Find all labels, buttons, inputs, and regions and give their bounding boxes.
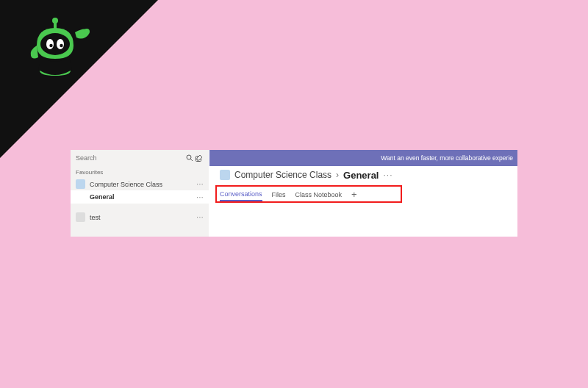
robot-logo <box>22 16 92 85</box>
svg-line-9 <box>190 159 193 161</box>
channel-name-label: General <box>90 193 196 201</box>
team-avatar-icon <box>220 170 230 180</box>
breadcrumb: Computer Science Class › General ··· <box>209 166 517 184</box>
more-icon[interactable]: ··· <box>383 170 392 180</box>
svg-point-7 <box>60 44 62 47</box>
more-icon[interactable]: ··· <box>196 213 204 221</box>
more-icon[interactable]: ··· <box>196 180 204 188</box>
svg-point-4 <box>46 39 54 49</box>
right-panel: Want an even faster, more collaborative … <box>209 150 517 237</box>
tab-class-notebook[interactable]: Class Notebook <box>295 191 343 201</box>
tabs-list: Conversations Files Class Notebook + <box>220 184 517 206</box>
teams-app-window: Favourites Computer Science Class ··· Ge… <box>71 150 517 237</box>
banner-text: Want an even faster, more collaborative … <box>381 154 513 162</box>
more-icon[interactable]: ··· <box>196 193 204 201</box>
svg-point-1 <box>52 18 58 24</box>
tab-conversations[interactable]: Conversations <box>220 190 262 201</box>
svg-point-5 <box>57 39 64 49</box>
team-avatar-icon <box>76 212 85 222</box>
svg-point-8 <box>187 155 191 159</box>
tab-files[interactable]: Files <box>272 191 286 201</box>
team-avatar-icon <box>76 179 85 189</box>
breadcrumb-team[interactable]: Computer Science Class <box>234 170 331 180</box>
svg-rect-2 <box>54 23 57 29</box>
search-icon[interactable] <box>184 154 194 162</box>
top-banner[interactable]: Want an even faster, more collaborative … <box>209 150 517 166</box>
left-sidebar: Favourites Computer Science Class ··· Ge… <box>71 150 209 237</box>
chevron-right-icon: › <box>336 170 339 180</box>
svg-point-3 <box>40 33 70 55</box>
tabs-area: Conversations Files Class Notebook + <box>209 184 517 206</box>
compose-icon[interactable] <box>194 154 204 162</box>
team-name-label: Computer Science Class <box>90 181 196 188</box>
sidebar-spacer <box>71 204 209 211</box>
sidebar-team-cs[interactable]: Computer Science Class ··· <box>71 178 209 190</box>
add-tab-button[interactable]: + <box>351 190 357 201</box>
breadcrumb-channel: General <box>343 170 379 181</box>
team-name-label: test <box>90 214 196 221</box>
svg-point-6 <box>49 44 52 47</box>
sidebar-channel-general[interactable]: General ··· <box>71 190 209 204</box>
svg-point-0 <box>84 29 90 35</box>
favourites-label: Favourites <box>71 166 209 178</box>
sidebar-team-test[interactable]: test ··· <box>71 211 209 223</box>
